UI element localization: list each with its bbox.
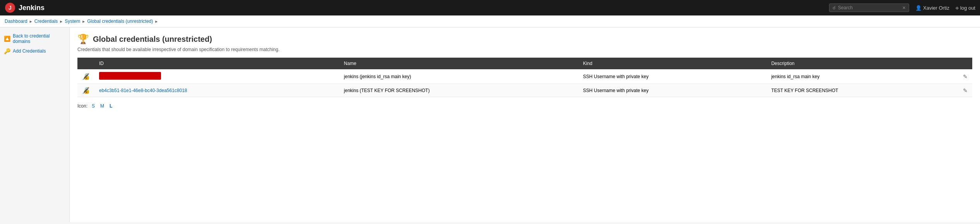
table-header-row: ID Name Kind Description [77,58,972,69]
credential-id-link[interactable]: eb4c3b51-81e1-46e8-bc40-3dea561c8018 [99,88,187,93]
icon-size-row: Icon: S M L [77,103,972,109]
top-navigation: J Jenkins ☌ ✕ 👤 Xavier Ortiz ⎆ log out [0,0,980,15]
sidebar-item-back-to-domains[interactable]: 🔼 Back to credential domains [0,31,69,46]
icon-size-label: Icon: [77,103,87,109]
fingerprint-icon-2: 🔏 [82,87,90,94]
page-subtitle: Credentials that should be available irr… [77,47,972,52]
breadcrumb-sep-4: ► [154,19,158,24]
back-arrow-icon: 🔼 [4,36,10,42]
row2-kind-cell: SSH Username with private key [578,84,766,97]
col-actions [958,58,972,69]
row2-icon-cell: 🔏 [77,84,94,97]
table-row: 🔏 eb4c3b51-81e1-46e8-bc40-3dea561c8018 j… [77,84,972,97]
row2-name-cell: jenkins (TEST KEY FOR SCREENSHOT) [339,84,579,97]
layout: 🔼 Back to credential domains 🔑 Add Crede… [0,27,980,222]
col-kind: Kind [578,58,766,69]
row2-description-cell: TEST KEY FOR SCREENSHOT [767,84,958,97]
col-description: Description [767,58,958,69]
edit-icon-1[interactable]: ✎ [963,74,968,80]
jenkins-logo-icon: J [5,2,15,13]
table-header: ID Name Kind Description [77,58,972,69]
sidebar: 🔼 Back to credential domains 🔑 Add Crede… [0,27,70,222]
page-title-row: 🏆 Global credentials (unrestricted) [77,34,972,44]
table-row: 🔏 jenkins (jenkins id_rsa main key) SSH … [77,69,972,84]
edit-icon-2[interactable]: ✎ [963,87,968,94]
breadcrumb-credentials[interactable]: Credentials [34,19,58,24]
icon-size-s[interactable]: S [91,103,96,109]
sidebar-add-label: Add Credentials [13,48,46,54]
col-id: ID [94,58,339,69]
user-icon: 👤 [915,5,922,11]
row2-id-cell: eb4c3b51-81e1-46e8-bc40-3dea561c8018 [94,84,339,97]
jenkins-logo[interactable]: J Jenkins [5,2,45,13]
breadcrumb-dashboard[interactable]: Dashboard [5,19,27,24]
page-title-icon: 🏆 [77,34,89,44]
row2-edit-cell[interactable]: ✎ [958,84,972,97]
page-title: Global credentials (unrestricted) [93,35,212,44]
icon-size-m[interactable]: M [99,103,105,109]
row1-id-cell [94,69,339,84]
row1-kind-cell: SSH Username with private key [578,69,766,84]
row1-description-cell: jenkins id_rsa main key [767,69,958,84]
search-clear-icon: ✕ [902,5,906,10]
col-icon [77,58,94,69]
fingerprint-icon-1: 🔏 [82,73,90,80]
logout-link[interactable]: ⎆ log out [956,5,975,11]
credentials-table: ID Name Kind Description 🔏 jenkins (je [77,58,972,97]
jenkins-logo-text: Jenkins [19,4,45,12]
user-profile-link[interactable]: 👤 Xavier Ortiz [915,5,949,11]
row1-name-cell: jenkins (jenkins id_rsa main key) [339,69,579,84]
breadcrumb-sep-2: ► [59,19,63,24]
breadcrumb-global-creds[interactable]: Global credentials (unrestricted) [87,19,153,24]
key-icon: 🔑 [4,48,10,54]
search-box[interactable]: ☌ ✕ [829,3,909,12]
search-input[interactable] [838,5,900,10]
sidebar-item-add-credentials[interactable]: 🔑 Add Credentials [0,46,69,56]
logout-label: log out [960,5,975,11]
row1-edit-cell[interactable]: ✎ [958,69,972,84]
row1-icon-cell: 🔏 [77,69,94,84]
table-body: 🔏 jenkins (jenkins id_rsa main key) SSH … [77,69,972,97]
svg-text:J: J [9,5,12,11]
main-content: 🏆 Global credentials (unrestricted) Cred… [70,27,980,222]
logout-icon: ⎆ [956,5,959,11]
icon-size-l[interactable]: L [108,103,113,109]
col-name: Name [339,58,579,69]
user-area: 👤 Xavier Ortiz ⎆ log out [915,5,975,11]
user-name: Xavier Ortiz [923,5,949,11]
breadcrumb-sep-3: ► [82,19,86,24]
sidebar-back-label: Back to credential domains [13,33,65,44]
breadcrumb-system[interactable]: System [65,19,80,24]
redacted-id-bar [99,72,161,80]
breadcrumb-sep-1: ► [29,19,33,24]
breadcrumb: Dashboard ► Credentials ► System ► Globa… [0,15,980,27]
search-icon: ☌ [833,5,836,10]
